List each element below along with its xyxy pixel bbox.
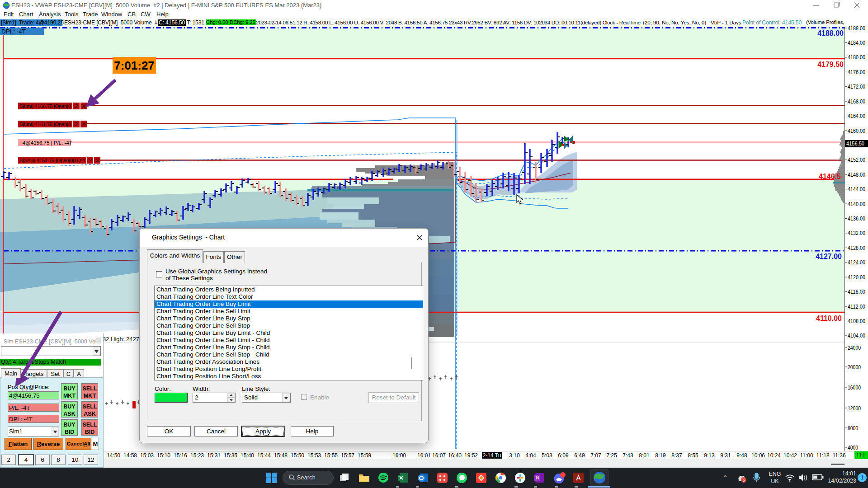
svg-text:4180.00: 4180.00: [848, 54, 865, 61]
svg-text:4172.00: 4172.00: [848, 84, 865, 90]
svg-text:4108.00: 4108.00: [848, 318, 865, 324]
svg-text:11:18: 11:18: [816, 452, 829, 459]
svg-text:6:49: 6:49: [574, 452, 585, 459]
svg-text:DPL: -4T: DPL: -4T: [1, 28, 26, 35]
svg-text:7:07: 7:07: [590, 452, 601, 459]
svg-text:16000: 16000: [848, 385, 861, 391]
svg-text:15:23: 15:23: [190, 452, 204, 459]
svg-text:4148.00: 4148.00: [848, 172, 865, 178]
svg-text:10:24: 10:24: [767, 452, 781, 459]
svg-text:S|Stop| 4151.75 |Open|0|TQ:4: S|Stop| 4151.75 |Open|0|TQ:4: [19, 158, 85, 163]
svg-text:11 L: 11 L: [856, 452, 867, 459]
svg-text:4116.00: 4116.00: [848, 289, 865, 295]
svg-text:4:04: 4:04: [525, 452, 536, 459]
svg-text:N: N: [536, 475, 539, 480]
svg-text:4152.00: 4152.00: [848, 157, 865, 163]
svg-text:5:03: 5:03: [542, 452, 552, 459]
svg-text:10:42: 10:42: [783, 452, 797, 459]
svg-text:11:36: 11:36: [832, 452, 845, 459]
svg-text:S|Lmt| 4166.75 |Open|0: S|Lmt| 4166.75 |Open|0: [19, 103, 71, 109]
svg-text:4164.00: 4164.00: [848, 113, 865, 119]
svg-text:15:03: 15:03: [140, 452, 154, 459]
svg-text:4128.00: 4128.00: [848, 245, 865, 251]
svg-text:4112.00: 4112.00: [848, 304, 865, 310]
svg-text:4132.00: 4132.00: [848, 230, 865, 236]
svg-text:15:10: 15:10: [157, 452, 170, 459]
svg-text:4104.00: 4104.00: [848, 333, 865, 339]
svg-text:4188.00: 4188.00: [817, 29, 844, 37]
svg-text:4184.00: 4184.00: [848, 40, 865, 46]
svg-text:20000: 20000: [848, 364, 861, 371]
svg-text:15:48: 15:48: [274, 452, 288, 459]
svg-text:4144.00: 4144.00: [848, 186, 865, 192]
svg-text:15:35: 15:35: [224, 452, 237, 459]
svg-text:4110.00: 4110.00: [816, 314, 842, 322]
svg-text:15:55: 15:55: [324, 452, 338, 459]
svg-text:14:50: 14:50: [107, 452, 120, 459]
svg-text:16:07: 16:07: [432, 452, 446, 459]
svg-text:9:31: 9:31: [720, 452, 731, 459]
svg-text:7:43: 7:43: [623, 452, 633, 459]
svg-text:4140.00: 4140.00: [848, 201, 865, 207]
svg-text:15:44: 15:44: [257, 452, 271, 459]
svg-text:8000: 8000: [848, 425, 858, 432]
svg-text:7:01:27: 7:01:27: [114, 59, 155, 72]
svg-text:8:01: 8:01: [639, 452, 650, 459]
svg-text:15:53: 15:53: [307, 452, 321, 459]
svg-text:+4@4156.75 | P/L: -4T: +4@4156.75 | P/L: -4T: [19, 140, 72, 145]
svg-text:4179.50: 4179.50: [817, 61, 844, 68]
svg-text:12000: 12000: [848, 405, 861, 412]
svg-text:14:58: 14:58: [123, 452, 137, 459]
svg-text:X: X: [82, 122, 85, 127]
svg-text:16:01: 16:01: [417, 452, 431, 459]
svg-text:15:50: 15:50: [291, 452, 304, 459]
svg-text:3:10: 3:10: [509, 452, 520, 459]
svg-text:6:09: 6:09: [558, 452, 569, 459]
svg-text:4156.50: 4156.50: [846, 141, 864, 147]
svg-text:4146.5: 4146.5: [819, 173, 841, 180]
svg-text:11:00: 11:00: [800, 452, 813, 459]
svg-text:9:48: 9:48: [736, 452, 747, 459]
svg-text:7:25: 7:25: [606, 452, 617, 459]
svg-text:2-14 Tu: 2-14 Tu: [483, 452, 501, 459]
svg-text:4176.00: 4176.00: [848, 69, 865, 75]
svg-text:8:55: 8:55: [688, 452, 698, 459]
svg-text:S|Lmt| 4161.75 |Open|0: S|Lmt| 4161.75 |Open|0: [19, 122, 71, 127]
svg-text:2: 2: [89, 158, 92, 163]
svg-text:4160.00: 4160.00: [848, 128, 865, 134]
svg-text:15:59: 15:59: [358, 452, 371, 459]
svg-text:4124.00: 4124.00: [848, 259, 865, 266]
svg-text:4188.00: 4188.00: [848, 25, 865, 32]
svg-text:X: X: [82, 103, 85, 109]
svg-text:15:16: 15:16: [174, 452, 187, 459]
svg-text:10:06: 10:06: [751, 452, 765, 459]
svg-text:4000: 4000: [848, 445, 858, 451]
svg-text:19:52: 19:52: [464, 452, 478, 459]
svg-text:8:19: 8:19: [655, 452, 666, 459]
svg-text:16:00: 16:00: [392, 452, 406, 459]
svg-text:6: 6: [743, 479, 745, 483]
svg-text:2: 2: [75, 122, 78, 127]
svg-text:15:40: 15:40: [241, 452, 254, 459]
svg-text:16:40: 16:40: [448, 452, 462, 459]
svg-text:4127.00: 4127.00: [816, 253, 842, 260]
svg-text:15:31: 15:31: [207, 452, 221, 459]
svg-text:4120.00: 4120.00: [848, 274, 865, 281]
svg-text:4168.00: 4168.00: [848, 99, 865, 105]
svg-text:X: X: [95, 158, 99, 163]
svg-text:2: 2: [75, 103, 78, 109]
svg-text:15:57: 15:57: [341, 452, 354, 459]
svg-text:9:13: 9:13: [704, 452, 715, 459]
svg-text:24000: 24000: [848, 345, 861, 351]
svg-text:32 High: 2427: 32 High: 2427: [103, 336, 139, 343]
svg-text:8:37: 8:37: [671, 452, 682, 459]
svg-text:4136.00: 4136.00: [848, 216, 865, 222]
